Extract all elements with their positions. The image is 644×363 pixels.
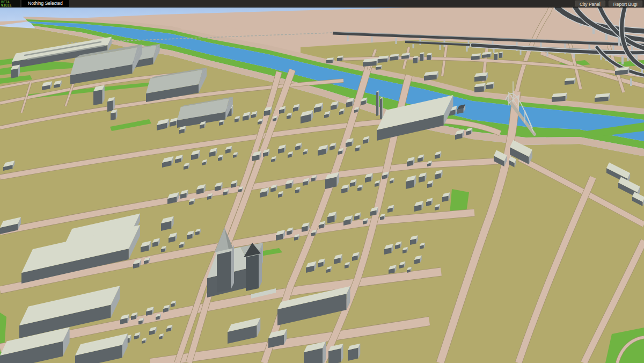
building-face[interactable] xyxy=(11,69,18,78)
building-face[interactable] xyxy=(337,57,342,61)
building-face[interactable] xyxy=(382,97,383,119)
building-face[interactable] xyxy=(471,56,480,60)
report-bug-button[interactable]: Report Bug! xyxy=(609,1,642,6)
building-face[interactable] xyxy=(378,91,379,116)
building-face[interactable] xyxy=(390,56,398,61)
church-tower2-side[interactable] xyxy=(259,248,262,288)
building-face[interactable] xyxy=(413,57,418,63)
building-face[interactable] xyxy=(499,53,502,59)
betaville-logo[interactable]: BETA VILLE xyxy=(0,0,20,7)
building-face[interactable] xyxy=(326,60,333,63)
building-face[interactable] xyxy=(427,55,431,60)
building-face[interactable] xyxy=(111,112,116,120)
building-face[interactable] xyxy=(93,90,103,105)
building-face[interactable] xyxy=(380,98,382,119)
city-panel-button[interactable]: City Panel xyxy=(575,1,605,6)
building-face[interactable] xyxy=(494,54,497,60)
city-3d-viewport[interactable] xyxy=(0,8,644,363)
viaduct-pillar xyxy=(396,38,397,44)
building-face[interactable] xyxy=(107,100,113,112)
top-menu-bar: BETA VILLE Nothing Selected City Panel R… xyxy=(0,0,644,8)
selection-status: Nothing Selected xyxy=(21,0,69,7)
city-scene-svg[interactable] xyxy=(0,8,644,363)
viaduct-pillar xyxy=(440,45,441,50)
building-face[interactable] xyxy=(486,84,493,89)
building-face[interactable] xyxy=(376,67,381,70)
church-tower-front[interactable] xyxy=(217,251,231,293)
church-tower2-front[interactable] xyxy=(246,255,259,291)
building-face[interactable] xyxy=(420,54,423,61)
viaduct-pillar xyxy=(371,37,373,42)
betaville-app: BETA VILLE Nothing Selected City Panel R… xyxy=(0,0,644,363)
church-tower-side[interactable] xyxy=(231,245,234,289)
logo-line2: VILLE xyxy=(1,4,19,7)
highway-pillar xyxy=(621,56,624,64)
viaduct-pillar xyxy=(466,46,468,52)
building-face[interactable] xyxy=(474,86,484,92)
highway-pillar xyxy=(630,78,632,86)
building-face[interactable] xyxy=(376,92,378,116)
viaduct-pillar xyxy=(347,35,349,41)
bar-spacer xyxy=(69,0,573,7)
viaduct-pillar xyxy=(413,44,414,48)
